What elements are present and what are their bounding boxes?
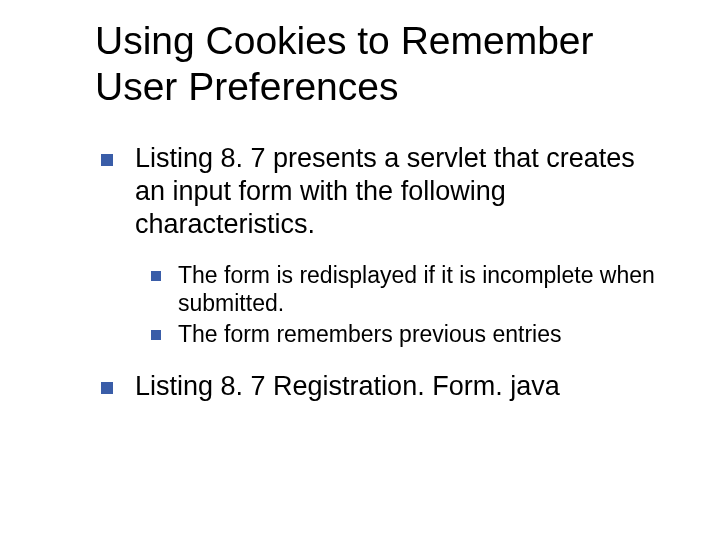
bullet-text: The form remembers previous entries — [178, 321, 561, 347]
list-item: Listing 8. 7 Registration. Form. java — [95, 370, 665, 403]
slide: Using Cookies to Remember User Preferenc… — [0, 0, 720, 540]
bullet-text: Listing 8. 7 Registration. Form. java — [135, 371, 560, 401]
slide-title: Using Cookies to Remember User Preferenc… — [95, 18, 665, 110]
bullet-list-level2: The form is redisplayed if it is incompl… — [135, 261, 665, 348]
list-item: Listing 8. 7 presents a servlet that cre… — [95, 142, 665, 348]
bullet-list-level1: Listing 8. 7 presents a servlet that cre… — [95, 142, 665, 403]
list-item: The form remembers previous entries — [145, 320, 665, 348]
bullet-text: The form is redisplayed if it is incompl… — [178, 262, 655, 316]
bullet-text: Listing 8. 7 presents a servlet that cre… — [135, 143, 635, 239]
list-item: The form is redisplayed if it is incompl… — [145, 261, 665, 317]
